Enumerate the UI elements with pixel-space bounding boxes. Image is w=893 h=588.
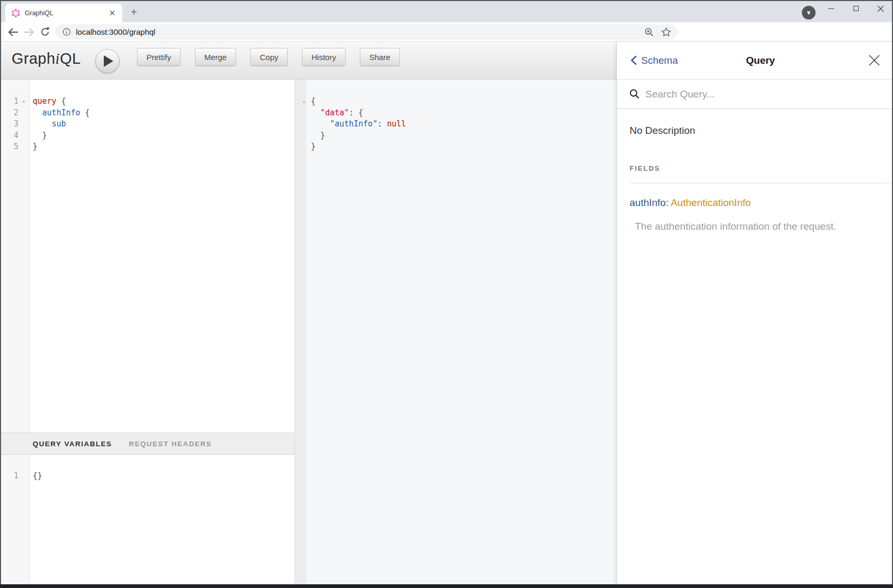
browser-toolbar: P+Tp L Aktualisieren xyxy=(0,22,893,42)
tab-request-headers[interactable]: REQUEST HEADERS xyxy=(129,440,212,448)
doc-explorer-header: Schema Query xyxy=(617,42,893,80)
forward-icon[interactable] xyxy=(21,22,37,42)
doc-search-input[interactable] xyxy=(645,89,880,100)
fold-caret-icon[interactable]: ▾ xyxy=(22,96,25,107)
doc-back-link[interactable]: Schema xyxy=(631,55,678,66)
copy-button[interactable]: Copy xyxy=(250,48,288,66)
field-name-link[interactable]: authInfo xyxy=(630,197,666,208)
code-line: 3 sub xyxy=(0,119,295,130)
fields-heading: FIELDS xyxy=(630,164,880,172)
execute-query-button[interactable] xyxy=(95,49,120,73)
code-line: ▾{ xyxy=(311,96,616,107)
code-line: } xyxy=(311,130,616,142)
zoom-indicator-icon[interactable] xyxy=(644,27,654,37)
line-number: 2 xyxy=(0,107,30,119)
field-separator: : xyxy=(666,197,671,208)
doc-close-icon[interactable] xyxy=(868,54,880,67)
code-line: "authInfo": null xyxy=(311,119,616,130)
code-line: 5} xyxy=(0,141,295,153)
doc-explorer-panel: Schema Query No Description FIELDS authI… xyxy=(616,42,893,584)
merge-button[interactable]: Merge xyxy=(195,48,237,66)
doc-search-row xyxy=(617,80,893,109)
code-line: } xyxy=(311,141,616,153)
result-viewer: ▾{ "data": { "authInfo": null }} xyxy=(306,80,616,584)
back-icon[interactable] xyxy=(5,22,21,42)
fold-caret-icon[interactable]: ▾ xyxy=(302,96,306,108)
tab-query-variables[interactable]: QUERY VARIABLES xyxy=(33,440,112,448)
tab-title: GraphiQL xyxy=(25,9,107,17)
field-type-link[interactable]: AuthenticationInfo xyxy=(671,197,751,208)
window-maximize-button[interactable] xyxy=(847,0,865,17)
window-frame xyxy=(0,0,1,588)
prettify-button[interactable]: Prettify xyxy=(137,48,181,66)
share-button[interactable]: Share xyxy=(360,48,400,66)
window-close-button[interactable] xyxy=(871,0,889,17)
download-status-icon[interactable]: ▼ xyxy=(802,6,816,19)
graphiql-topbar: GraphiQL PrettifyMergeCopyHistoryShare xyxy=(0,42,616,80)
field-item: authInfo: AuthenticationInfo xyxy=(630,197,880,209)
variables-tab-bar: QUERY VARIABLESREQUEST HEADERS xyxy=(0,433,295,455)
search-icon xyxy=(630,89,640,99)
site-info-icon[interactable] xyxy=(63,28,71,36)
field-description: The authentication information of the re… xyxy=(630,221,880,232)
graphiql-logo: GraphiQL xyxy=(12,50,81,67)
query-variables-editor[interactable]: 1{} xyxy=(0,455,295,584)
play-icon xyxy=(104,55,113,67)
code-line: 1▾query { xyxy=(0,96,295,107)
doc-body: No Description FIELDS authInfo: Authenti… xyxy=(617,125,893,232)
line-number: 1 xyxy=(0,471,30,482)
code-line: 4 } xyxy=(0,130,295,142)
browser-tab[interactable]: GraphiQL ✕ xyxy=(5,4,122,22)
code-line: 1{} xyxy=(0,471,295,482)
window-frame xyxy=(0,0,893,1)
doc-title: Query xyxy=(746,55,775,66)
browser-tab-strip: GraphiQL ✕ + ▼ xyxy=(0,0,893,22)
window-minimize-button[interactable] xyxy=(822,0,840,17)
reload-icon[interactable] xyxy=(37,22,53,42)
window-frame xyxy=(0,584,893,588)
line-number: 4 xyxy=(0,130,30,142)
line-number: 5 xyxy=(0,141,30,153)
fields-divider xyxy=(630,183,893,183)
tab-close-icon[interactable]: ✕ xyxy=(107,8,117,18)
query-editor[interactable]: 1▾query {2 authInfo {3 sub4 }5} xyxy=(0,80,295,433)
history-button[interactable]: History xyxy=(302,48,346,66)
address-bar[interactable] xyxy=(55,24,678,40)
url-input[interactable] xyxy=(76,27,644,36)
type-description: No Description xyxy=(630,125,880,136)
line-number: 1▾ xyxy=(0,96,30,107)
pane-resize-divider[interactable] xyxy=(295,80,306,584)
new-tab-button[interactable]: + xyxy=(126,5,141,19)
code-line: "data": { xyxy=(311,107,616,119)
graphql-favicon-icon xyxy=(12,9,20,17)
bookmark-star-icon[interactable] xyxy=(661,27,671,37)
code-line: 2 authInfo { xyxy=(0,107,295,119)
chevron-left-icon xyxy=(631,55,637,65)
line-number: 3 xyxy=(0,119,30,130)
